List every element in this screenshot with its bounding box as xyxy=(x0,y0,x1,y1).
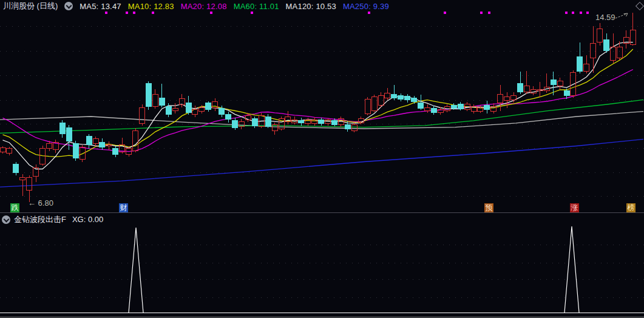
high-arrow xyxy=(615,13,628,18)
panel-divider xyxy=(0,212,644,213)
candle xyxy=(239,119,244,129)
main-price-chart[interactable] xyxy=(0,0,644,213)
candle xyxy=(412,96,417,104)
watermark-link[interactable]: 跌 xyxy=(10,203,19,212)
candle xyxy=(146,81,151,110)
watermark-link[interactable]: 涨 xyxy=(570,203,579,212)
candle xyxy=(7,147,12,155)
ma20-line xyxy=(3,70,633,152)
watermark-link[interactable]: 榜 xyxy=(626,203,636,212)
candle xyxy=(623,30,629,49)
candle xyxy=(33,164,39,182)
ma-label-ma20: MA20: 12.08 xyxy=(181,2,227,11)
candle xyxy=(378,92,384,107)
indicator-chart[interactable] xyxy=(0,225,644,318)
candle xyxy=(192,106,198,117)
candle xyxy=(305,118,311,126)
candle xyxy=(425,104,430,113)
indicator-header: 金钻波段出击F XG: 0.00 xyxy=(0,214,644,225)
candle xyxy=(391,85,397,100)
candle xyxy=(272,123,277,135)
ma-label-ma250: MA250: 9.39 xyxy=(343,2,389,11)
indicator-name: 金钻波段出击F xyxy=(14,214,66,225)
price-gridlines xyxy=(0,27,644,197)
stock-title: 川润股份 (日线) xyxy=(3,1,58,12)
candle xyxy=(325,118,331,126)
candle xyxy=(100,138,105,150)
candle xyxy=(53,140,58,153)
candle xyxy=(604,33,609,53)
signal-spike xyxy=(129,228,143,313)
candle xyxy=(20,174,25,196)
candle xyxy=(13,162,19,175)
ma-values-row: MA5: 13.47MA10: 12.83MA20: 12.08MA60: 11… xyxy=(80,2,389,11)
candle xyxy=(584,55,589,73)
candle xyxy=(252,117,257,128)
ma-label-ma10: MA10: 12.83 xyxy=(128,2,174,11)
candle xyxy=(418,95,424,110)
candle xyxy=(577,42,583,73)
candle xyxy=(530,86,536,95)
candle xyxy=(557,78,563,89)
candle xyxy=(265,114,271,128)
candle xyxy=(405,94,410,103)
chart-header: 川润股份 (日线) MA5: 13.47MA10: 12.83MA20: 12.… xyxy=(0,0,644,12)
chevron-down-circle-icon[interactable] xyxy=(2,215,10,224)
candle xyxy=(93,137,98,146)
candle xyxy=(484,101,490,113)
candle xyxy=(226,112,231,123)
candle xyxy=(73,141,78,161)
ma-label-ma60: MA60: 11.01 xyxy=(234,2,279,11)
candle xyxy=(365,97,370,115)
candle xyxy=(630,13,636,46)
candle xyxy=(279,117,284,130)
indicator-gridlines xyxy=(0,245,644,298)
ma-label-ma5: MA5: 13.47 xyxy=(80,2,121,11)
watermark-link[interactable]: 财 xyxy=(119,203,128,212)
candle xyxy=(186,96,191,115)
candle xyxy=(518,72,523,94)
candle xyxy=(299,118,304,126)
candle xyxy=(86,134,92,149)
stock-chart-window: 川润股份 (日线) MA5: 13.47MA10: 12.83MA20: 12.… xyxy=(0,0,644,318)
chevron-down-circle-icon[interactable] xyxy=(64,2,73,10)
candle xyxy=(66,125,72,150)
candle xyxy=(398,93,404,101)
candle xyxy=(385,88,390,100)
watermark-link[interactable]: 预 xyxy=(484,203,493,212)
candle xyxy=(285,111,291,124)
candle xyxy=(206,101,211,112)
candle xyxy=(133,128,138,152)
candle xyxy=(537,82,543,97)
low-price-annotation: ← 6.80 xyxy=(28,198,53,208)
candle xyxy=(212,98,218,111)
ma-label-ma120: MA120: 10.53 xyxy=(286,2,336,11)
candle xyxy=(544,73,549,93)
indicator-spikes xyxy=(129,226,579,313)
candle xyxy=(597,23,603,46)
candle xyxy=(140,104,145,126)
signal-spike xyxy=(564,226,579,313)
high-price-annotation: 14.59 xyxy=(595,13,615,22)
candle xyxy=(113,146,118,157)
candle xyxy=(431,106,436,115)
ma10-line xyxy=(3,49,633,157)
candle xyxy=(232,118,238,130)
candle xyxy=(0,146,5,154)
candlesticks xyxy=(0,13,636,202)
candle xyxy=(152,89,158,109)
candle xyxy=(172,103,178,113)
candle xyxy=(59,120,65,138)
candle xyxy=(159,84,164,107)
indicator-value: XG: 0.00 xyxy=(72,215,103,224)
candle xyxy=(498,85,503,111)
ma5-line xyxy=(3,42,633,169)
candle xyxy=(524,71,529,94)
candle xyxy=(371,95,377,112)
candle xyxy=(319,118,324,126)
